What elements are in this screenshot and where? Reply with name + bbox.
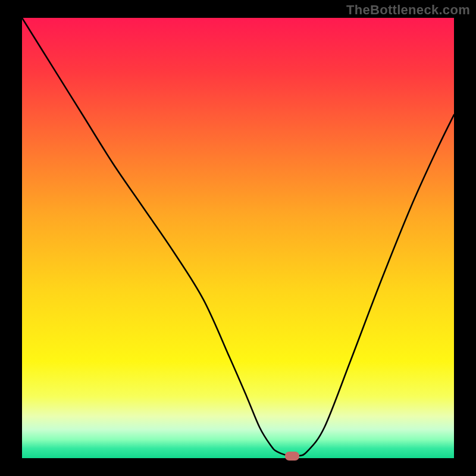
plot-area [22,18,454,458]
gradient-rect [22,18,454,458]
watermark-text: TheBottleneck.com [346,2,470,18]
plot-svg [22,18,454,458]
chart-frame: TheBottleneck.com [0,0,476,476]
optimal-marker [285,452,299,461]
